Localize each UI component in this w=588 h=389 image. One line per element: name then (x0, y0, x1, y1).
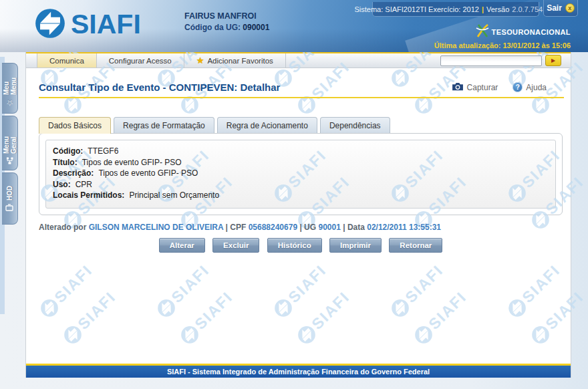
audit-date-label: Data (347, 223, 365, 232)
audit-date-value: 02/12/2011 13:55:31 (367, 223, 441, 232)
tab-dados-basicos[interactable]: Dados Básicos (39, 117, 111, 134)
audit-ug-value: 90001 (318, 223, 340, 232)
logout-close-icon: x (565, 3, 575, 13)
tab-panel: Código:TTEGF6 Título:Tipos de evento GFI… (39, 133, 563, 215)
ug-code-value: 090001 (243, 23, 269, 32)
capture-button[interactable]: Capturar (452, 82, 498, 93)
menu-item-comunica[interactable]: Comunica (37, 53, 97, 68)
siafi-logo: SIAFI (35, 8, 141, 41)
top-menubar: Comunica Configurar Acesso ★ Adicionar F… (26, 52, 571, 68)
excluir-button[interactable]: Excluir (212, 238, 259, 253)
retornar-button[interactable]: Retornar (389, 238, 442, 253)
logout-button[interactable]: Sair x (543, 0, 578, 17)
page-content: Consultar Tipo de Evento - CONTIPEVEN: D… (26, 68, 571, 253)
footer-text: SIAFI - Sistema Integrado de Administraç… (26, 366, 571, 378)
user-info: FAIRUS MANFROI Código da UG: 090001 (184, 11, 269, 33)
sidebar-tab-hod[interactable]: HOD (2, 172, 18, 225)
help-button[interactable]: ? Ajuda (512, 82, 547, 92)
ug-code: Código da UG: 090001 (184, 22, 269, 33)
field-uso: Uso:CPR (53, 179, 549, 190)
siafi-logo-text: SIAFI (71, 11, 141, 38)
system-info-bar: Sistema: SIAFI2012TI Exercício: 2012| Ve… (372, 2, 539, 17)
title-underline (39, 97, 564, 98)
tab-regra-de-acionamento[interactable]: Regra de Acionamento (217, 117, 317, 133)
tab-regras-de-formatacao[interactable]: Regras de Formatação (114, 117, 214, 133)
user-name: FAIRUS MANFROI (184, 11, 269, 22)
last-update-text: Última atualização: 13/01/2012 às 15:06 (434, 41, 571, 49)
treasury-brand: TesouroNacional (475, 24, 571, 39)
camera-icon (452, 82, 464, 93)
basic-data-panel: Código:TTEGF6 Título:Tipos de evento GFI… (45, 140, 556, 209)
logout-label: Sair (547, 3, 562, 13)
audit-cpf-value: 05688240679 (249, 223, 297, 232)
app-header: SIAFI FAIRUS MANFROI Código da UG: 09000… (0, 0, 588, 52)
historico-button[interactable]: Histórico (267, 238, 322, 253)
menu-item-configurar-acesso[interactable]: Configurar Acesso (97, 53, 184, 68)
separator: | (482, 5, 484, 13)
page-title: Consultar Tipo de Evento - CONTIPEVEN: D… (39, 82, 280, 93)
menu-item-adicionar-favoritos[interactable]: ★ Adicionar Favoritos (184, 53, 286, 68)
side-tabs: ☆ Meu Menu Menu Geral HOD (2, 63, 18, 227)
main-container: Comunica Configurar Acesso ★ Adicionar F… (25, 52, 571, 378)
audit-cpf-label: CPF (230, 223, 246, 232)
search-input[interactable] (440, 55, 542, 66)
star-icon: ★ (196, 55, 204, 66)
star-icon: ☆ (5, 98, 15, 108)
audit-info: Alterado por GILSON MARCELINO DE OLIVEIR… (39, 223, 563, 232)
treasury-logo-icon (475, 24, 489, 39)
title-actions: Capturar ? Ajuda (452, 82, 563, 93)
treasury-brand-text: TesouroNacional (492, 28, 571, 36)
sidebar-tab-meu-menu[interactable]: ☆ Meu Menu (2, 63, 18, 114)
monitor-icon (6, 204, 14, 211)
help-icon: ? (512, 82, 523, 92)
detail-tabs: Dados Básicos Regras de Formatação Regra… (39, 117, 563, 133)
sitemap-icon (6, 157, 13, 164)
version-label: Versão (486, 5, 509, 13)
siafi-logo-icon (35, 8, 65, 41)
action-buttons: Alterar Excluir Histórico Imprimir Retor… (39, 238, 563, 253)
imprimir-button[interactable]: Imprimir (329, 238, 382, 253)
system-exercise-text: Sistema: SIAFI2012TI Exercício: 2012 (354, 5, 478, 13)
search-area: ▶ (440, 53, 571, 68)
audit-ug-label: UG (304, 223, 316, 232)
go-arrow-icon: ▶ (551, 57, 555, 63)
tab-dependencias[interactable]: Dependências (320, 117, 390, 133)
search-go-button[interactable]: ▶ (545, 55, 561, 66)
field-locais-permitidos: Locais Permitidos:Principal sem Orçament… (53, 190, 549, 201)
field-descricao: Descrição:Tipos de evento GFIP- PSO (53, 168, 549, 179)
field-codigo: Código:TTEGF6 (53, 146, 549, 157)
field-titulo: Título:Tipos de evento GFIP- PSO (53, 157, 549, 168)
audit-user-name: GILSON MARCELINO DE OLIVEIRA (89, 223, 224, 232)
sidebar-tab-menu-geral[interactable]: Menu Geral (2, 116, 18, 170)
alterar-button[interactable]: Alterar (159, 238, 205, 253)
app-footer: SIAFI - Sistema Integrado de Administraç… (26, 364, 571, 378)
